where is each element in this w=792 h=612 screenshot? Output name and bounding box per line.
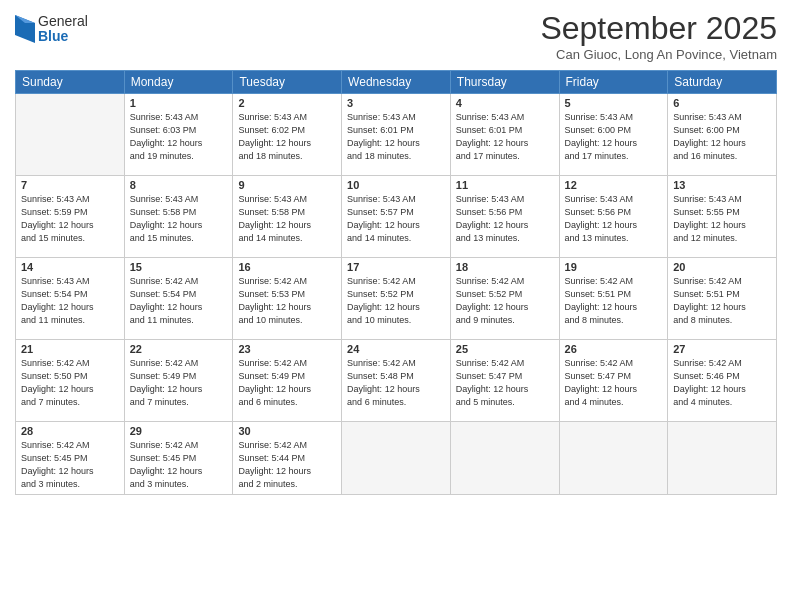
calendar-cell [668, 422, 777, 495]
day-info: Sunrise: 5:43 AM Sunset: 6:01 PM Dayligh… [456, 111, 554, 163]
day-info: Sunrise: 5:42 AM Sunset: 5:49 PM Dayligh… [130, 357, 228, 409]
day-info: Sunrise: 5:42 AM Sunset: 5:44 PM Dayligh… [238, 439, 336, 491]
calendar-cell [342, 422, 451, 495]
calendar-cell [450, 422, 559, 495]
calendar-header-row: SundayMondayTuesdayWednesdayThursdayFrid… [16, 71, 777, 94]
calendar-cell [559, 422, 668, 495]
calendar-table: SundayMondayTuesdayWednesdayThursdayFrid… [15, 70, 777, 495]
calendar-cell: 28Sunrise: 5:42 AM Sunset: 5:45 PM Dayli… [16, 422, 125, 495]
logo-icon [15, 15, 35, 43]
calendar-cell: 23Sunrise: 5:42 AM Sunset: 5:49 PM Dayli… [233, 340, 342, 422]
calendar-day-header: Saturday [668, 71, 777, 94]
calendar-cell: 10Sunrise: 5:43 AM Sunset: 5:57 PM Dayli… [342, 176, 451, 258]
calendar-cell: 17Sunrise: 5:42 AM Sunset: 5:52 PM Dayli… [342, 258, 451, 340]
day-number: 4 [456, 97, 554, 109]
calendar-day-header: Wednesday [342, 71, 451, 94]
calendar-cell: 13Sunrise: 5:43 AM Sunset: 5:55 PM Dayli… [668, 176, 777, 258]
day-info: Sunrise: 5:43 AM Sunset: 5:56 PM Dayligh… [565, 193, 663, 245]
calendar-week-row: 7Sunrise: 5:43 AM Sunset: 5:59 PM Daylig… [16, 176, 777, 258]
calendar-day-header: Friday [559, 71, 668, 94]
day-number: 25 [456, 343, 554, 355]
calendar-week-row: 14Sunrise: 5:43 AM Sunset: 5:54 PM Dayli… [16, 258, 777, 340]
calendar-day-header: Tuesday [233, 71, 342, 94]
day-number: 26 [565, 343, 663, 355]
day-info: Sunrise: 5:42 AM Sunset: 5:47 PM Dayligh… [456, 357, 554, 409]
calendar-cell: 29Sunrise: 5:42 AM Sunset: 5:45 PM Dayli… [124, 422, 233, 495]
day-number: 1 [130, 97, 228, 109]
day-number: 24 [347, 343, 445, 355]
logo: General Blue [15, 14, 88, 45]
day-info: Sunrise: 5:43 AM Sunset: 6:00 PM Dayligh… [673, 111, 771, 163]
day-number: 15 [130, 261, 228, 273]
day-info: Sunrise: 5:42 AM Sunset: 5:51 PM Dayligh… [673, 275, 771, 327]
day-number: 22 [130, 343, 228, 355]
calendar-cell: 19Sunrise: 5:42 AM Sunset: 5:51 PM Dayli… [559, 258, 668, 340]
calendar-cell: 6Sunrise: 5:43 AM Sunset: 6:00 PM Daylig… [668, 94, 777, 176]
calendar-cell: 15Sunrise: 5:42 AM Sunset: 5:54 PM Dayli… [124, 258, 233, 340]
day-number: 10 [347, 179, 445, 191]
day-number: 2 [238, 97, 336, 109]
calendar-cell: 11Sunrise: 5:43 AM Sunset: 5:56 PM Dayli… [450, 176, 559, 258]
day-info: Sunrise: 5:42 AM Sunset: 5:54 PM Dayligh… [130, 275, 228, 327]
calendar-week-row: 28Sunrise: 5:42 AM Sunset: 5:45 PM Dayli… [16, 422, 777, 495]
day-info: Sunrise: 5:42 AM Sunset: 5:45 PM Dayligh… [21, 439, 119, 491]
day-number: 5 [565, 97, 663, 109]
calendar-cell: 4Sunrise: 5:43 AM Sunset: 6:01 PM Daylig… [450, 94, 559, 176]
day-number: 21 [21, 343, 119, 355]
page: General Blue September 2025 Can Giuoc, L… [0, 0, 792, 612]
calendar-cell: 20Sunrise: 5:42 AM Sunset: 5:51 PM Dayli… [668, 258, 777, 340]
subtitle: Can Giuoc, Long An Povince, Vietnam [540, 47, 777, 62]
calendar-cell: 18Sunrise: 5:42 AM Sunset: 5:52 PM Dayli… [450, 258, 559, 340]
day-info: Sunrise: 5:43 AM Sunset: 6:00 PM Dayligh… [565, 111, 663, 163]
day-info: Sunrise: 5:43 AM Sunset: 5:56 PM Dayligh… [456, 193, 554, 245]
calendar-cell: 5Sunrise: 5:43 AM Sunset: 6:00 PM Daylig… [559, 94, 668, 176]
calendar-day-header: Thursday [450, 71, 559, 94]
day-info: Sunrise: 5:43 AM Sunset: 6:01 PM Dayligh… [347, 111, 445, 163]
day-info: Sunrise: 5:42 AM Sunset: 5:45 PM Dayligh… [130, 439, 228, 491]
day-number: 13 [673, 179, 771, 191]
day-info: Sunrise: 5:42 AM Sunset: 5:50 PM Dayligh… [21, 357, 119, 409]
day-number: 30 [238, 425, 336, 437]
day-info: Sunrise: 5:43 AM Sunset: 5:54 PM Dayligh… [21, 275, 119, 327]
calendar-cell: 25Sunrise: 5:42 AM Sunset: 5:47 PM Dayli… [450, 340, 559, 422]
day-info: Sunrise: 5:42 AM Sunset: 5:48 PM Dayligh… [347, 357, 445, 409]
day-number: 6 [673, 97, 771, 109]
calendar-day-header: Sunday [16, 71, 125, 94]
calendar-cell [16, 94, 125, 176]
day-number: 8 [130, 179, 228, 191]
calendar-cell: 8Sunrise: 5:43 AM Sunset: 5:58 PM Daylig… [124, 176, 233, 258]
calendar-cell: 9Sunrise: 5:43 AM Sunset: 5:58 PM Daylig… [233, 176, 342, 258]
logo-general-text: General [38, 14, 88, 29]
day-number: 23 [238, 343, 336, 355]
month-title: September 2025 [540, 10, 777, 47]
calendar-cell: 2Sunrise: 5:43 AM Sunset: 6:02 PM Daylig… [233, 94, 342, 176]
header: General Blue September 2025 Can Giuoc, L… [15, 10, 777, 62]
calendar-cell: 21Sunrise: 5:42 AM Sunset: 5:50 PM Dayli… [16, 340, 125, 422]
day-number: 11 [456, 179, 554, 191]
calendar-cell: 16Sunrise: 5:42 AM Sunset: 5:53 PM Dayli… [233, 258, 342, 340]
day-info: Sunrise: 5:43 AM Sunset: 6:03 PM Dayligh… [130, 111, 228, 163]
day-info: Sunrise: 5:42 AM Sunset: 5:53 PM Dayligh… [238, 275, 336, 327]
calendar-cell: 14Sunrise: 5:43 AM Sunset: 5:54 PM Dayli… [16, 258, 125, 340]
day-number: 18 [456, 261, 554, 273]
day-info: Sunrise: 5:42 AM Sunset: 5:49 PM Dayligh… [238, 357, 336, 409]
calendar-cell: 12Sunrise: 5:43 AM Sunset: 5:56 PM Dayli… [559, 176, 668, 258]
day-info: Sunrise: 5:43 AM Sunset: 6:02 PM Dayligh… [238, 111, 336, 163]
day-info: Sunrise: 5:42 AM Sunset: 5:47 PM Dayligh… [565, 357, 663, 409]
calendar-cell: 1Sunrise: 5:43 AM Sunset: 6:03 PM Daylig… [124, 94, 233, 176]
day-info: Sunrise: 5:42 AM Sunset: 5:51 PM Dayligh… [565, 275, 663, 327]
calendar-cell: 24Sunrise: 5:42 AM Sunset: 5:48 PM Dayli… [342, 340, 451, 422]
day-info: Sunrise: 5:43 AM Sunset: 5:59 PM Dayligh… [21, 193, 119, 245]
day-number: 29 [130, 425, 228, 437]
day-number: 16 [238, 261, 336, 273]
day-info: Sunrise: 5:43 AM Sunset: 5:57 PM Dayligh… [347, 193, 445, 245]
calendar-cell: 22Sunrise: 5:42 AM Sunset: 5:49 PM Dayli… [124, 340, 233, 422]
day-number: 7 [21, 179, 119, 191]
day-number: 3 [347, 97, 445, 109]
day-info: Sunrise: 5:43 AM Sunset: 5:58 PM Dayligh… [130, 193, 228, 245]
day-info: Sunrise: 5:43 AM Sunset: 5:55 PM Dayligh… [673, 193, 771, 245]
day-number: 27 [673, 343, 771, 355]
calendar-cell: 27Sunrise: 5:42 AM Sunset: 5:46 PM Dayli… [668, 340, 777, 422]
day-info: Sunrise: 5:42 AM Sunset: 5:46 PM Dayligh… [673, 357, 771, 409]
title-area: September 2025 Can Giuoc, Long An Povinc… [540, 10, 777, 62]
